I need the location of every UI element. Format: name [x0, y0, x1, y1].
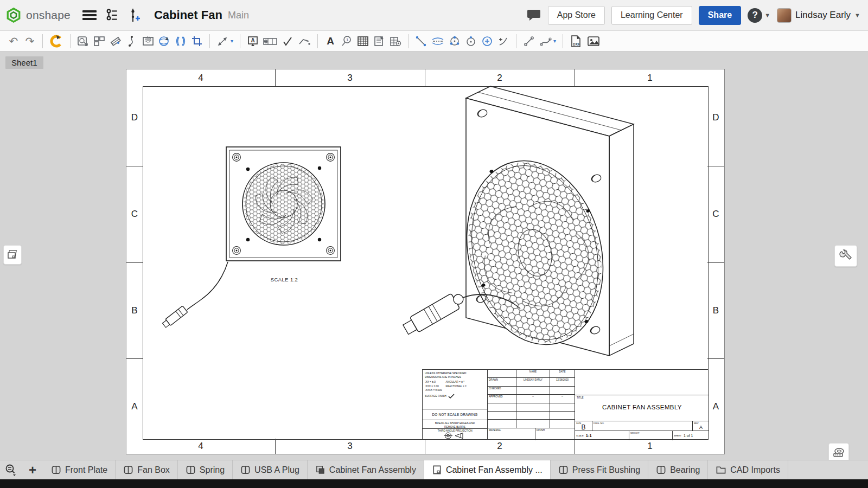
toolbar-separator — [240, 34, 240, 48]
spline-icon[interactable]: ▾ — [537, 33, 558, 49]
search-icon — [4, 464, 17, 477]
break-edges-label: BREAK ALL SHARP EDGES AND REMOVE BURRS — [423, 420, 487, 428]
create-version-icon[interactable] — [128, 8, 141, 23]
tol-line-2: DIMENSIONS ARE IN INCHES — [425, 375, 485, 379]
size-value: B — [575, 423, 592, 431]
tab-press-fit-bushing[interactable]: Press Fit Bushing — [551, 460, 648, 479]
share-button[interactable]: Share — [699, 6, 741, 25]
approval-grid: NAME DATE DRAWN LINDSAY EARLY 12/28/2020… — [488, 370, 575, 439]
brand-text: onshape — [26, 9, 71, 22]
section-view-icon[interactable] — [107, 33, 124, 49]
dwg-no-label: DWG. NO. — [593, 422, 604, 425]
tol-xx: .XX = ±.0 — [425, 380, 442, 384]
tab-bearing[interactable]: Bearing — [648, 460, 708, 479]
insert-view-icon[interactable] — [75, 33, 91, 49]
onshape-logo[interactable]: onshape — [5, 7, 71, 23]
chevron-down-icon: ▾ — [553, 38, 556, 44]
hole-table-icon[interactable] — [387, 33, 404, 49]
projected-view-icon[interactable] — [91, 33, 107, 49]
element-tab-bar: + Front Plate Fan Box Spring USB A Plug … — [0, 460, 868, 479]
table-icon[interactable] — [355, 33, 371, 49]
three-point-center-icon[interactable] — [446, 33, 463, 49]
detail-view-icon[interactable] — [140, 33, 156, 49]
learning-center-button[interactable]: Learning Center — [611, 6, 692, 25]
help-icon[interactable]: ? — [748, 8, 762, 23]
tab-cabinet-fan-assembly[interactable]: Cabinet Fan Assembly — [308, 460, 424, 479]
search-tabs-button[interactable] — [0, 460, 22, 479]
wrench-icon — [839, 249, 852, 262]
projection-cell: THIRD ANGLE PROJECTION — [423, 428, 487, 440]
workspace-name[interactable]: Main — [228, 10, 249, 21]
toolbar-separator — [317, 34, 318, 48]
zone-label: 3 — [275, 439, 425, 454]
zone-label: D — [707, 69, 724, 166]
part-studio-icon — [240, 465, 251, 475]
export-dxf-icon[interactable]: DXF — [567, 33, 585, 49]
note-icon[interactable]: A — [245, 33, 261, 49]
tab-usb-a-plug[interactable]: USB A Plug — [233, 460, 308, 479]
point-to-point-line-icon[interactable] — [413, 33, 429, 49]
versions-history-icon[interactable] — [105, 8, 119, 22]
drawing-canvas[interactable]: Sheet1 4 3 2 1 4 3 2 1 D C B A D C B A — [0, 52, 868, 460]
sheet-label: SHEET — [674, 434, 681, 437]
tab-front-plate[interactable]: Front Plate — [43, 460, 116, 479]
front-view[interactable] — [161, 139, 350, 329]
centerline-icon[interactable] — [429, 33, 446, 49]
date-header: DATE — [550, 370, 575, 378]
crop-view-icon[interactable] — [189, 33, 205, 49]
insert-image-icon[interactable] — [585, 33, 602, 49]
zone-label: A — [126, 358, 143, 455]
tab-cabinet-fan-assembly-drawing[interactable]: Cabinet Fan Assembly ... — [424, 460, 551, 479]
tol-xxxx: .XXXX = ±.000 — [425, 388, 442, 392]
isometric-view[interactable] — [402, 82, 646, 367]
add-tab-button[interactable]: + — [22, 460, 43, 479]
line-icon[interactable] — [521, 33, 537, 49]
drawing-sheet[interactable]: 4 3 2 1 4 3 2 1 D C B A D C B A — [126, 69, 725, 454]
sheets-panel-button[interactable] — [3, 245, 22, 265]
text-icon[interactable]: A — [322, 33, 339, 49]
drawn-label: DRAWN — [488, 378, 516, 387]
undo-button[interactable]: ↶ — [5, 33, 22, 49]
svg-text:A: A — [251, 37, 255, 43]
tab-cad-imports[interactable]: CAD Imports — [708, 460, 788, 479]
document-title: Cabinet Fan — [154, 8, 222, 22]
rev-label: REV — [694, 422, 699, 425]
gdt-frame-icon[interactable] — [261, 33, 279, 49]
help-menu[interactable]: ? ▼ — [748, 8, 770, 23]
zone-label: A — [707, 358, 724, 455]
tangent-line-icon[interactable] — [495, 33, 512, 49]
chevron-down-icon: ▼ — [854, 12, 860, 18]
feedback-chat-icon[interactable] — [526, 8, 541, 22]
main-menu-icon[interactable] — [82, 10, 97, 20]
dimension-icon[interactable]: ▾ — [214, 33, 235, 49]
tab-fan-box[interactable]: Fan Box — [116, 460, 178, 479]
zone-label: B — [707, 262, 724, 358]
sheet-settings-icon[interactable]: A — [156, 33, 173, 49]
tab-spring[interactable]: Spring — [178, 460, 233, 479]
avatar[interactable] — [777, 8, 792, 23]
drawing-title: CABINET FAN ASSEMBLY — [575, 404, 709, 410]
bom-table-icon[interactable] — [371, 33, 387, 49]
redo-button[interactable]: ↷ — [22, 33, 38, 49]
scale-label: SCALE — [576, 434, 584, 437]
center-mark-circle-icon[interactable] — [463, 33, 479, 49]
material-label: MATERIAL — [488, 428, 535, 440]
surface-finish-icon[interactable] — [279, 33, 296, 49]
check-icon — [448, 394, 455, 399]
center-mark-icon[interactable] — [479, 33, 495, 49]
zone-label: D — [126, 69, 143, 166]
sheet-tab[interactable]: Sheet1 — [5, 56, 43, 69]
drawing-tools-button[interactable] — [834, 245, 857, 267]
zone-label: C — [126, 166, 143, 262]
user-menu[interactable]: Lindsay Early ▼ — [777, 8, 860, 23]
size-label: SIZE — [576, 422, 581, 425]
svg-text:A: A — [165, 36, 169, 41]
weld-symbol-icon[interactable] — [296, 33, 313, 49]
sheet-value: 1 of 1 — [684, 434, 693, 438]
update-views-icon[interactable] — [47, 33, 66, 49]
app-store-button[interactable]: App Store — [548, 6, 605, 25]
break-view-icon[interactable] — [173, 33, 189, 49]
balloon-icon[interactable]: 1 — [339, 33, 355, 49]
title-label: TITLE — [577, 396, 584, 399]
section-line-icon[interactable] — [124, 33, 140, 49]
